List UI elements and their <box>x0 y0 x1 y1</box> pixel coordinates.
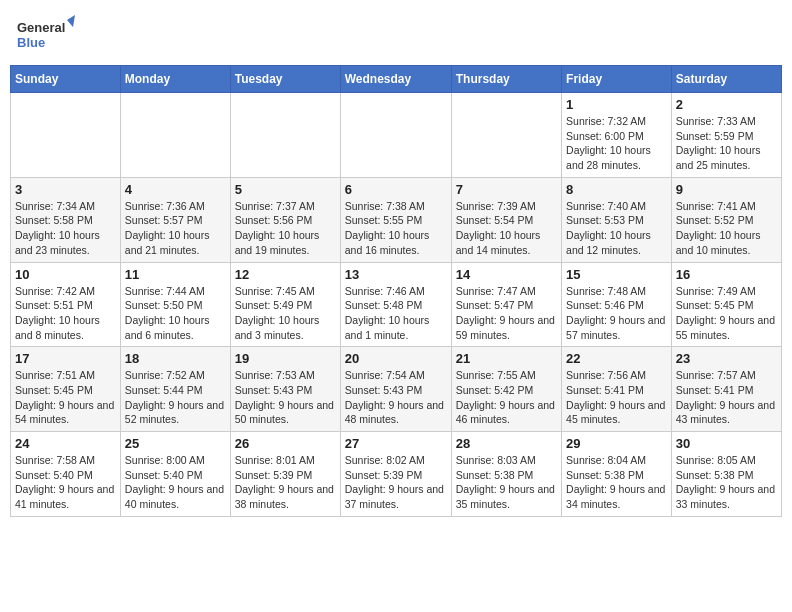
day-number: 10 <box>15 267 116 282</box>
calendar-cell: 19Sunrise: 7:53 AM Sunset: 5:43 PM Dayli… <box>230 347 340 432</box>
day-number: 28 <box>456 436 557 451</box>
day-number: 4 <box>125 182 226 197</box>
calendar-cell: 25Sunrise: 8:00 AM Sunset: 5:40 PM Dayli… <box>120 432 230 517</box>
calendar-cell: 8Sunrise: 7:40 AM Sunset: 5:53 PM Daylig… <box>562 177 672 262</box>
calendar-week-row: 10Sunrise: 7:42 AM Sunset: 5:51 PM Dayli… <box>11 262 782 347</box>
calendar-cell: 11Sunrise: 7:44 AM Sunset: 5:50 PM Dayli… <box>120 262 230 347</box>
calendar-cell: 6Sunrise: 7:38 AM Sunset: 5:55 PM Daylig… <box>340 177 451 262</box>
calendar-cell: 1Sunrise: 7:32 AM Sunset: 6:00 PM Daylig… <box>562 93 672 178</box>
day-info: Sunrise: 7:36 AM Sunset: 5:57 PM Dayligh… <box>125 199 226 258</box>
weekday-header-tuesday: Tuesday <box>230 66 340 93</box>
day-info: Sunrise: 7:53 AM Sunset: 5:43 PM Dayligh… <box>235 368 336 427</box>
calendar-cell: 12Sunrise: 7:45 AM Sunset: 5:49 PM Dayli… <box>230 262 340 347</box>
svg-text:General: General <box>17 20 65 35</box>
day-number: 26 <box>235 436 336 451</box>
day-info: Sunrise: 7:46 AM Sunset: 5:48 PM Dayligh… <box>345 284 447 343</box>
logo-svg: GeneralBlue <box>15 15 75 55</box>
day-info: Sunrise: 7:49 AM Sunset: 5:45 PM Dayligh… <box>676 284 777 343</box>
calendar-week-row: 17Sunrise: 7:51 AM Sunset: 5:45 PM Dayli… <box>11 347 782 432</box>
calendar-cell: 13Sunrise: 7:46 AM Sunset: 5:48 PM Dayli… <box>340 262 451 347</box>
day-info: Sunrise: 7:51 AM Sunset: 5:45 PM Dayligh… <box>15 368 116 427</box>
day-number: 8 <box>566 182 667 197</box>
day-number: 29 <box>566 436 667 451</box>
calendar-cell: 10Sunrise: 7:42 AM Sunset: 5:51 PM Dayli… <box>11 262 121 347</box>
day-number: 21 <box>456 351 557 366</box>
weekday-header-sunday: Sunday <box>11 66 121 93</box>
day-number: 1 <box>566 97 667 112</box>
calendar-cell: 27Sunrise: 8:02 AM Sunset: 5:39 PM Dayli… <box>340 432 451 517</box>
logo: GeneralBlue <box>15 15 75 55</box>
day-info: Sunrise: 7:37 AM Sunset: 5:56 PM Dayligh… <box>235 199 336 258</box>
day-number: 19 <box>235 351 336 366</box>
calendar-cell: 22Sunrise: 7:56 AM Sunset: 5:41 PM Dayli… <box>562 347 672 432</box>
svg-text:Blue: Blue <box>17 35 45 50</box>
day-info: Sunrise: 8:02 AM Sunset: 5:39 PM Dayligh… <box>345 453 447 512</box>
day-info: Sunrise: 7:58 AM Sunset: 5:40 PM Dayligh… <box>15 453 116 512</box>
day-info: Sunrise: 8:00 AM Sunset: 5:40 PM Dayligh… <box>125 453 226 512</box>
calendar-cell: 14Sunrise: 7:47 AM Sunset: 5:47 PM Dayli… <box>451 262 561 347</box>
calendar-cell: 5Sunrise: 7:37 AM Sunset: 5:56 PM Daylig… <box>230 177 340 262</box>
calendar-cell: 9Sunrise: 7:41 AM Sunset: 5:52 PM Daylig… <box>671 177 781 262</box>
day-number: 6 <box>345 182 447 197</box>
day-number: 15 <box>566 267 667 282</box>
day-info: Sunrise: 7:56 AM Sunset: 5:41 PM Dayligh… <box>566 368 667 427</box>
day-number: 12 <box>235 267 336 282</box>
day-info: Sunrise: 7:47 AM Sunset: 5:47 PM Dayligh… <box>456 284 557 343</box>
calendar-cell <box>120 93 230 178</box>
weekday-header-friday: Friday <box>562 66 672 93</box>
calendar-cell: 3Sunrise: 7:34 AM Sunset: 5:58 PM Daylig… <box>11 177 121 262</box>
day-info: Sunrise: 7:40 AM Sunset: 5:53 PM Dayligh… <box>566 199 667 258</box>
calendar-cell: 23Sunrise: 7:57 AM Sunset: 5:41 PM Dayli… <box>671 347 781 432</box>
weekday-header-saturday: Saturday <box>671 66 781 93</box>
day-number: 24 <box>15 436 116 451</box>
svg-marker-2 <box>67 15 75 27</box>
weekday-header-row: SundayMondayTuesdayWednesdayThursdayFrid… <box>11 66 782 93</box>
day-number: 30 <box>676 436 777 451</box>
calendar-cell <box>451 93 561 178</box>
calendar-week-row: 3Sunrise: 7:34 AM Sunset: 5:58 PM Daylig… <box>11 177 782 262</box>
day-number: 13 <box>345 267 447 282</box>
calendar-week-row: 1Sunrise: 7:32 AM Sunset: 6:00 PM Daylig… <box>11 93 782 178</box>
day-number: 9 <box>676 182 777 197</box>
day-number: 5 <box>235 182 336 197</box>
weekday-header-thursday: Thursday <box>451 66 561 93</box>
day-number: 17 <box>15 351 116 366</box>
day-number: 11 <box>125 267 226 282</box>
day-info: Sunrise: 7:33 AM Sunset: 5:59 PM Dayligh… <box>676 114 777 173</box>
day-info: Sunrise: 7:39 AM Sunset: 5:54 PM Dayligh… <box>456 199 557 258</box>
calendar-cell <box>230 93 340 178</box>
calendar-cell: 21Sunrise: 7:55 AM Sunset: 5:42 PM Dayli… <box>451 347 561 432</box>
day-number: 2 <box>676 97 777 112</box>
calendar-cell <box>340 93 451 178</box>
day-info: Sunrise: 7:55 AM Sunset: 5:42 PM Dayligh… <box>456 368 557 427</box>
calendar-cell: 7Sunrise: 7:39 AM Sunset: 5:54 PM Daylig… <box>451 177 561 262</box>
calendar-cell: 29Sunrise: 8:04 AM Sunset: 5:38 PM Dayli… <box>562 432 672 517</box>
calendar-cell: 4Sunrise: 7:36 AM Sunset: 5:57 PM Daylig… <box>120 177 230 262</box>
calendar-cell: 15Sunrise: 7:48 AM Sunset: 5:46 PM Dayli… <box>562 262 672 347</box>
day-number: 7 <box>456 182 557 197</box>
day-number: 25 <box>125 436 226 451</box>
day-info: Sunrise: 7:42 AM Sunset: 5:51 PM Dayligh… <box>15 284 116 343</box>
page-header: GeneralBlue <box>10 10 782 55</box>
day-number: 20 <box>345 351 447 366</box>
calendar-cell: 17Sunrise: 7:51 AM Sunset: 5:45 PM Dayli… <box>11 347 121 432</box>
day-info: Sunrise: 7:48 AM Sunset: 5:46 PM Dayligh… <box>566 284 667 343</box>
calendar-cell: 2Sunrise: 7:33 AM Sunset: 5:59 PM Daylig… <box>671 93 781 178</box>
day-number: 27 <box>345 436 447 451</box>
calendar-cell: 20Sunrise: 7:54 AM Sunset: 5:43 PM Dayli… <box>340 347 451 432</box>
day-number: 23 <box>676 351 777 366</box>
day-info: Sunrise: 7:32 AM Sunset: 6:00 PM Dayligh… <box>566 114 667 173</box>
calendar-cell <box>11 93 121 178</box>
day-info: Sunrise: 7:45 AM Sunset: 5:49 PM Dayligh… <box>235 284 336 343</box>
calendar-cell: 28Sunrise: 8:03 AM Sunset: 5:38 PM Dayli… <box>451 432 561 517</box>
calendar-cell: 26Sunrise: 8:01 AM Sunset: 5:39 PM Dayli… <box>230 432 340 517</box>
calendar-cell: 30Sunrise: 8:05 AM Sunset: 5:38 PM Dayli… <box>671 432 781 517</box>
calendar-week-row: 24Sunrise: 7:58 AM Sunset: 5:40 PM Dayli… <box>11 432 782 517</box>
day-number: 18 <box>125 351 226 366</box>
day-info: Sunrise: 8:04 AM Sunset: 5:38 PM Dayligh… <box>566 453 667 512</box>
day-info: Sunrise: 7:41 AM Sunset: 5:52 PM Dayligh… <box>676 199 777 258</box>
day-number: 3 <box>15 182 116 197</box>
weekday-header-wednesday: Wednesday <box>340 66 451 93</box>
day-info: Sunrise: 7:57 AM Sunset: 5:41 PM Dayligh… <box>676 368 777 427</box>
day-info: Sunrise: 8:01 AM Sunset: 5:39 PM Dayligh… <box>235 453 336 512</box>
